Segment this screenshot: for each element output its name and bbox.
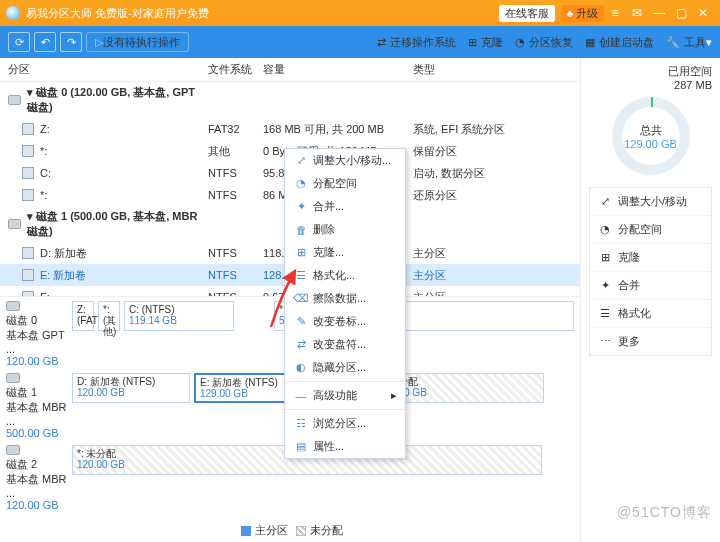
online-service-button[interactable]: 在线客服: [499, 5, 555, 22]
context-menu-item[interactable]: ⊞克隆...: [285, 241, 405, 264]
app-logo-icon: [6, 6, 20, 20]
context-menu-item[interactable]: ◐隐藏分区...: [285, 356, 405, 379]
menu-icon[interactable]: ≡: [604, 6, 626, 20]
context-menu-item[interactable]: ⤢调整大小/移动...: [285, 149, 405, 172]
table-header: 分区 文件系统 容量 类型: [0, 58, 580, 82]
toolbar: ⟳ ↶ ↷ ▷ 没有待执行操作 ⇄迁移操作系统 ⊞克隆 ◔分区恢复 ▦创建启动盘…: [0, 26, 720, 58]
action-button[interactable]: ✦合并: [590, 272, 711, 300]
action-button[interactable]: ◔分配空间: [590, 216, 711, 244]
actions-panel: ⤢调整大小/移动◔分配空间⊞克隆✦合并☰格式化⋯更多: [589, 187, 712, 356]
migrate-os-button[interactable]: ⇄迁移操作系统: [377, 35, 456, 50]
context-menu-item[interactable]: ☰格式化...: [285, 264, 405, 287]
titlebar: 易我分区大师 免费版-对家庭用户免费 在线客服 ♣ 升级 ≡ ✉ — ▢ ✕: [0, 0, 720, 26]
action-button[interactable]: ⋯更多: [590, 328, 711, 355]
context-menu-item[interactable]: —高级功能▸: [285, 384, 405, 407]
window-title: 易我分区大师 免费版-对家庭用户免费: [26, 6, 493, 21]
redo-button[interactable]: ↷: [60, 32, 82, 52]
watermark: @51CTO博客: [617, 504, 712, 522]
maximize-icon[interactable]: ▢: [670, 6, 692, 20]
refresh-button[interactable]: ⟳: [8, 32, 30, 52]
undo-button[interactable]: ↶: [34, 32, 56, 52]
action-button[interactable]: ⤢调整大小/移动: [590, 188, 711, 216]
disk-map-bar[interactable]: Z: (FAT32): [72, 301, 94, 331]
context-menu-item[interactable]: ⇄改变盘符...: [285, 333, 405, 356]
action-button[interactable]: ⊞克隆: [590, 244, 711, 272]
tools-button[interactable]: 🔧工具 ▾: [666, 35, 712, 50]
context-menu-item[interactable]: 🗑删除: [285, 218, 405, 241]
context-menu-item[interactable]: ⌫擦除数据...: [285, 287, 405, 310]
usage-donut: 总共129.00 GB: [612, 97, 690, 175]
disk-map-bar[interactable]: *: (其他): [98, 301, 120, 331]
clone-button[interactable]: ⊞克隆: [468, 35, 503, 50]
partition-row[interactable]: Z:FAT32168 MB 可用, 共 200 MB系统, EFI 系统分区: [0, 118, 580, 140]
context-menu-item[interactable]: ◔分配空间: [285, 172, 405, 195]
context-menu-item[interactable]: ✦合并...: [285, 195, 405, 218]
used-space-label: 已用空间287 MB: [589, 64, 712, 91]
disk-row[interactable]: ▾ 磁盘 0 (120.00 GB, 基本盘, GPT 磁盘): [0, 82, 580, 118]
context-menu-item[interactable]: ✎改变卷标...: [285, 310, 405, 333]
pending-ops: ▷ 没有待执行操作: [86, 32, 189, 52]
legend: 主分区 未分配: [0, 519, 580, 542]
context-menu-item[interactable]: ☷浏览分区...: [285, 412, 405, 435]
action-button[interactable]: ☰格式化: [590, 300, 711, 328]
bootdisk-button[interactable]: ▦创建启动盘: [585, 35, 654, 50]
minimize-icon[interactable]: —: [648, 6, 670, 20]
feedback-icon[interactable]: ✉: [626, 6, 648, 20]
recover-button[interactable]: ◔分区恢复: [515, 35, 573, 50]
close-icon[interactable]: ✕: [692, 6, 714, 20]
upgrade-button[interactable]: ♣ 升级: [561, 5, 604, 22]
context-menu-item[interactable]: ▤属性...: [285, 435, 405, 458]
context-menu: ⤢调整大小/移动...◔分配空间✦合并...🗑删除⊞克隆...☰格式化...⌫擦…: [284, 148, 406, 459]
disk-map-bar[interactable]: C: (NTFS)119.14 GB: [124, 301, 234, 331]
disk-map-bar[interactable]: D: 新加卷 (NTFS)120.00 GB: [72, 373, 190, 403]
